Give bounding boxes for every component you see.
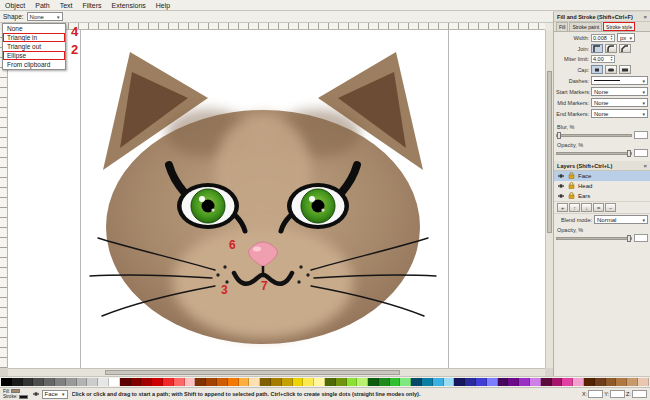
palette-swatch[interactable] (336, 378, 347, 386)
palette-swatch[interactable] (23, 378, 34, 386)
horizontal-ruler[interactable] (8, 23, 545, 30)
palette-swatch[interactable] (44, 378, 55, 386)
palette-swatch[interactable] (141, 378, 152, 386)
lock-icon[interactable] (568, 182, 575, 190)
fill-color-swatch[interactable] (11, 389, 20, 393)
close-icon[interactable]: × (643, 163, 647, 169)
cap-square-button[interactable] (619, 65, 631, 74)
tab-stroke-paint[interactable]: Stroke paint (569, 22, 602, 31)
palette-swatch[interactable] (357, 378, 368, 386)
cap-butt-button[interactable] (591, 65, 603, 74)
horizontal-scrollbar-thumb[interactable] (105, 370, 400, 375)
fs-opacity-value-box[interactable] (634, 149, 648, 157)
blend-mode-select[interactable]: Normal ▾ (594, 215, 648, 224)
menu-help[interactable]: Help (156, 2, 170, 9)
duplicate-layer-button[interactable]: = (593, 203, 604, 212)
palette-swatch[interactable] (239, 378, 250, 386)
palette-swatch[interactable] (195, 378, 206, 386)
palette-swatch[interactable] (66, 378, 77, 386)
close-icon[interactable]: × (643, 14, 647, 20)
spinner-arrows-icon[interactable]: ▲▼ (610, 35, 613, 40)
palette-swatch[interactable] (487, 378, 498, 386)
join-round-button[interactable] (605, 44, 617, 53)
menu-text[interactable]: Text (60, 2, 73, 9)
menu-path[interactable]: Path (35, 2, 49, 9)
blur-slider[interactable] (556, 134, 632, 137)
vertical-ruler[interactable] (0, 30, 8, 368)
start-markers-select[interactable]: None ▾ (591, 87, 648, 96)
palette-swatch[interactable] (347, 378, 358, 386)
palette-swatch[interactable] (185, 378, 196, 386)
palette-swatch[interactable] (573, 378, 584, 386)
layer-row-face[interactable]: Face (554, 171, 650, 181)
palette-swatch[interactable] (444, 378, 455, 386)
blur-slider-thumb[interactable] (557, 132, 561, 139)
palette-swatch[interactable] (152, 378, 163, 386)
join-bevel-button[interactable] (619, 44, 631, 53)
palette-swatch[interactable] (476, 378, 487, 386)
palette-swatch[interactable] (120, 378, 131, 386)
eye-icon[interactable] (557, 193, 565, 200)
palette-swatch[interactable] (584, 378, 595, 386)
palette-swatch[interactable] (508, 378, 519, 386)
palette-swatch[interactable] (33, 378, 44, 386)
layers-opacity-value-box[interactable] (634, 234, 648, 242)
fs-opacity-slider-thumb[interactable] (627, 150, 631, 157)
eye-icon[interactable] (32, 391, 40, 398)
palette-swatch[interactable] (562, 378, 573, 386)
palette-swatch[interactable] (465, 378, 476, 386)
palette-swatch[interactable] (260, 378, 271, 386)
tab-fill[interactable]: Fill (556, 22, 568, 31)
menu-item-from-clipboard[interactable]: From clipboard (3, 60, 65, 69)
layer-row-head[interactable]: Head (554, 181, 650, 191)
palette-swatch[interactable] (228, 378, 239, 386)
horizontal-scrollbar[interactable] (8, 368, 545, 376)
palette-swatch[interactable] (519, 378, 530, 386)
palette-swatch[interactable] (87, 378, 98, 386)
end-markers-select[interactable]: None ▾ (591, 109, 648, 118)
palette-swatch[interactable] (400, 378, 411, 386)
tab-stroke-style[interactable]: Stroke style (603, 22, 635, 31)
menu-item-triangle-in[interactable]: Triangle in (3, 33, 65, 42)
layers-opacity-slider-thumb[interactable] (627, 235, 631, 242)
palette-swatch[interactable] (541, 378, 552, 386)
palette-swatch[interactable] (454, 378, 465, 386)
palette-swatch[interactable] (303, 378, 314, 386)
mid-markers-select[interactable]: None ▾ (591, 98, 648, 107)
palette-swatch[interactable] (390, 378, 401, 386)
palette-swatch[interactable] (552, 378, 563, 386)
menu-object[interactable]: Object (5, 2, 25, 9)
palette-swatch[interactable] (131, 378, 142, 386)
menu-item-triangle-out[interactable]: Triangle out (3, 42, 65, 51)
palette-swatch[interactable] (293, 378, 304, 386)
raise-layer-button[interactable]: ↑ (569, 203, 580, 212)
palette-swatch[interactable] (98, 378, 109, 386)
palette-swatch[interactable] (606, 378, 617, 386)
current-layer-select[interactable]: Face ▾ (42, 390, 68, 399)
miter-limit-spinbox[interactable]: 4.00 ▲▼ (591, 55, 615, 63)
menu-item-ellipse[interactable]: Ellipse (3, 51, 65, 60)
palette-swatch[interactable] (595, 378, 606, 386)
shape-select[interactable]: None ▾ (27, 12, 63, 21)
palette-swatch[interactable] (271, 378, 282, 386)
palette-swatch[interactable] (1, 378, 12, 386)
lock-icon[interactable] (568, 172, 575, 180)
add-layer-button[interactable]: + (557, 203, 568, 212)
palette-swatch[interactable] (217, 378, 228, 386)
palette-swatch[interactable] (498, 378, 509, 386)
palette-swatch[interactable] (206, 378, 217, 386)
palette-swatch[interactable] (530, 378, 541, 386)
palette-swatch[interactable] (12, 378, 23, 386)
palette-swatch[interactable] (379, 378, 390, 386)
vertical-scrollbar-thumb[interactable] (547, 71, 552, 233)
layer-row-ears[interactable]: Ears (554, 191, 650, 201)
eye-icon[interactable] (557, 183, 565, 190)
width-spinbox[interactable]: 0.008 ▲▼ (591, 34, 615, 42)
dashes-select[interactable]: ▾ (591, 76, 648, 85)
menu-extensions[interactable]: Extensions (112, 2, 146, 9)
width-unit-select[interactable]: px ▾ (617, 33, 635, 42)
spinner-arrows-icon[interactable]: ▲▼ (610, 56, 613, 61)
blur-value-box[interactable] (634, 131, 648, 139)
eye-icon[interactable] (557, 173, 565, 180)
delete-layer-button[interactable]: − (605, 203, 616, 212)
